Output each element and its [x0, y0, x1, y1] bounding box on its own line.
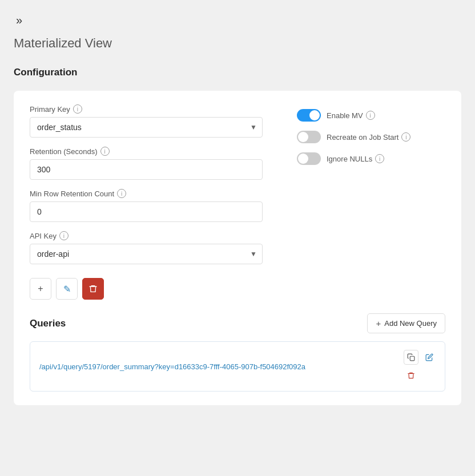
- edit-button[interactable]: ✎: [56, 278, 78, 300]
- primary-key-select-wrapper: order_status ▼: [30, 117, 263, 138]
- api-key-select[interactable]: order-api: [30, 244, 263, 264]
- ignore-nulls-toggle[interactable]: [297, 152, 321, 165]
- page-title: Materialized View: [14, 36, 461, 51]
- retention-info-icon[interactable]: i: [100, 147, 110, 156]
- retention-input[interactable]: [30, 159, 263, 180]
- api-key-select-wrapper: order-api ▼: [30, 244, 263, 264]
- query-url: /api/v1/query/5197/order_summary?key=d16…: [39, 362, 397, 371]
- queries-header: Queries + Add New Query: [30, 313, 445, 333]
- form-left-column: Primary Key i order_status ▼ Retention (…: [30, 104, 263, 300]
- api-key-info-icon[interactable]: i: [59, 231, 69, 240]
- query-actions: [404, 350, 437, 383]
- retention-group: Retention (Seconds) i: [30, 147, 263, 180]
- enable-mv-toggle[interactable]: [297, 109, 321, 122]
- min-row-retention-group: Min Row Retention Count i: [30, 189, 263, 222]
- delete-query-icon: [407, 372, 415, 380]
- chevron-button[interactable]: »: [14, 11, 25, 29]
- ignore-nulls-label: Ignore NULLs i: [327, 154, 384, 163]
- primary-key-label: Primary Key i: [30, 104, 263, 114]
- edit-query-icon: [425, 353, 433, 361]
- configuration-section-title: Configuration: [14, 67, 461, 78]
- add-button[interactable]: +: [30, 278, 51, 300]
- recreate-job-start-row: Recreate on Job Start i: [297, 131, 445, 143]
- delete-query-button[interactable]: [404, 368, 418, 383]
- svg-rect-0: [410, 356, 414, 361]
- min-row-retention-input[interactable]: [30, 201, 263, 222]
- query-action-top-row: [404, 350, 437, 365]
- enable-mv-label: Enable MV i: [327, 111, 375, 120]
- query-card: /api/v1/query/5197/order_summary?key=d16…: [30, 341, 445, 392]
- api-key-label: API Key i: [30, 231, 263, 240]
- main-content-card: Primary Key i order_status ▼ Retention (…: [14, 91, 461, 405]
- api-key-group: API Key i order-api ▼: [30, 231, 263, 264]
- page-container: » Materialized View Configuration Primar…: [0, 0, 475, 476]
- trash-icon: [88, 284, 98, 293]
- primary-key-info-icon[interactable]: i: [73, 104, 82, 114]
- recreate-job-start-label: Recreate on Job Start i: [327, 132, 410, 142]
- recreate-job-start-info-icon[interactable]: i: [401, 132, 410, 142]
- form-layout: Primary Key i order_status ▼ Retention (…: [30, 104, 445, 300]
- retention-label: Retention (Seconds) i: [30, 147, 263, 156]
- queries-section-title: Queries: [30, 318, 66, 329]
- ignore-nulls-row: Ignore NULLs i: [297, 152, 445, 165]
- query-action-bottom-row: [404, 368, 437, 383]
- primary-key-select[interactable]: order_status: [30, 117, 263, 138]
- delete-button[interactable]: [82, 278, 104, 300]
- enable-mv-info-icon[interactable]: i: [366, 111, 375, 120]
- recreate-job-start-toggle[interactable]: [297, 131, 321, 143]
- add-new-query-button[interactable]: + Add New Query: [367, 313, 445, 333]
- ignore-nulls-info-icon[interactable]: i: [375, 154, 384, 163]
- min-row-retention-label: Min Row Retention Count i: [30, 189, 263, 198]
- form-right-column: Enable MV i Recreate on Job Start i: [297, 104, 445, 165]
- copy-icon: [407, 353, 415, 361]
- add-query-plus-icon: +: [376, 318, 381, 328]
- action-buttons: + ✎: [30, 278, 263, 300]
- primary-key-group: Primary Key i order_status ▼: [30, 104, 263, 138]
- copy-query-button[interactable]: [404, 350, 418, 365]
- min-row-retention-info-icon[interactable]: i: [117, 189, 126, 198]
- enable-mv-row: Enable MV i: [297, 109, 445, 122]
- edit-query-button[interactable]: [422, 350, 437, 365]
